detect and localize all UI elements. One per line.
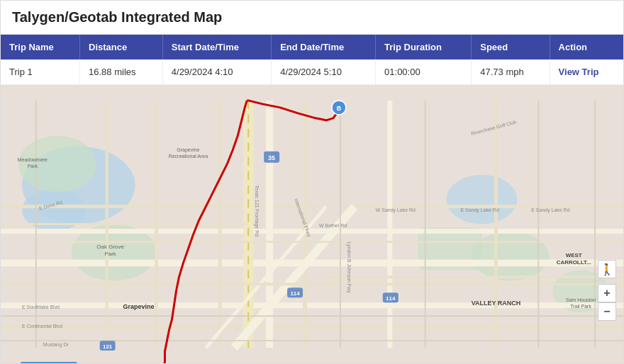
- cell-end-datetime: 4/29/2024 5:10: [272, 59, 376, 85]
- col-end-datetime: End Date/Time: [272, 35, 376, 59]
- table-header-row: Trip Name Distance Start Date/Time End D…: [1, 35, 623, 59]
- svg-text:114: 114: [290, 290, 300, 297]
- app-title: Talygen/Geotab Integrated Map: [1, 1, 623, 35]
- table-row: Trip 1 16.88 miles 4/29/2024 4:10 4/29/2…: [1, 59, 623, 85]
- svg-text:Grapevine: Grapevine: [177, 147, 199, 153]
- table-section: Trip Name Distance Start Date/Time End D…: [1, 35, 623, 85]
- cell-trip-duration: 01:00:00: [376, 59, 472, 85]
- trips-table: Trip Name Distance Start Date/Time End D…: [1, 35, 623, 85]
- svg-text:VALLEY RANCH: VALLEY RANCH: [472, 300, 520, 307]
- svg-text:Park: Park: [28, 164, 38, 169]
- svg-text:Recreational Area: Recreational Area: [169, 154, 208, 159]
- app-container: Talygen/Geotab Integrated Map Trip Name …: [0, 0, 624, 364]
- svg-text:E Southlake Blvd: E Southlake Blvd: [22, 305, 60, 309]
- svg-text:E Sandy Lake Rd: E Sandy Lake Rd: [461, 207, 499, 213]
- street-view-icon[interactable]: 🚶: [598, 260, 616, 278]
- svg-text:Grapevine: Grapevine: [123, 303, 155, 310]
- svg-text:B: B: [337, 105, 342, 112]
- svg-text:35: 35: [268, 154, 275, 161]
- svg-text:Oak Grove: Oak Grove: [96, 244, 124, 250]
- svg-text:E Sandy Lake Rd: E Sandy Lake Rd: [531, 207, 569, 213]
- zoom-in-button[interactable]: +: [598, 284, 616, 302]
- cell-action: View Trip: [550, 59, 623, 85]
- cell-distance: 16.88 miles: [80, 59, 163, 85]
- svg-text:W Bethel Rd: W Bethel Rd: [319, 223, 347, 228]
- svg-text:Mustang Dr: Mustang Dr: [43, 342, 69, 348]
- view-trip-link[interactable]: View Trip: [559, 67, 599, 77]
- svg-text:CARROLLT...: CARROLLT...: [557, 259, 591, 266]
- map-container[interactable]: 35 114 121 114 E Dove Rd E Southlake Blv…: [1, 85, 623, 363]
- col-start-datetime: Start Date/Time: [162, 35, 271, 59]
- cell-trip-name: Trip 1: [1, 59, 80, 85]
- svg-text:Lyndon B Johnson Fwy: Lyndon B Johnson Fwy: [346, 241, 352, 293]
- cell-speed: 47.73 mph: [472, 59, 550, 85]
- col-trip-name: Trip Name: [1, 35, 80, 59]
- svg-point-6: [471, 231, 549, 280]
- svg-text:121: 121: [103, 343, 113, 350]
- svg-text:114: 114: [386, 295, 396, 302]
- zoom-out-button[interactable]: −: [598, 302, 616, 321]
- svg-text:E Continental Blvd: E Continental Blvd: [22, 324, 62, 329]
- map-zoom-controls: + −: [598, 284, 616, 321]
- svg-text:W Sandy Lake Rd: W Sandy Lake Rd: [376, 207, 416, 213]
- svg-point-3: [447, 175, 518, 224]
- svg-text:Park: Park: [104, 251, 116, 257]
- svg-rect-65: [21, 362, 77, 363]
- map-svg: 35 114 121 114 E Dove Rd E Southlake Blv…: [1, 85, 623, 363]
- col-distance: Distance: [80, 35, 163, 59]
- svg-text:Sam Houston: Sam Houston: [566, 297, 596, 302]
- cell-start-datetime: 4/29/2024 4:10: [162, 59, 271, 85]
- svg-text:Trail Park: Trail Park: [570, 304, 591, 309]
- svg-text:WEST: WEST: [566, 252, 582, 258]
- col-trip-duration: Trip Duration: [376, 35, 472, 59]
- svg-text:Texas 121 Frontage Rd: Texas 121 Frontage Rd: [254, 186, 260, 237]
- col-speed: Speed: [472, 35, 550, 59]
- col-action: Action: [550, 35, 623, 59]
- svg-text:Meadowmere: Meadowmere: [18, 157, 48, 162]
